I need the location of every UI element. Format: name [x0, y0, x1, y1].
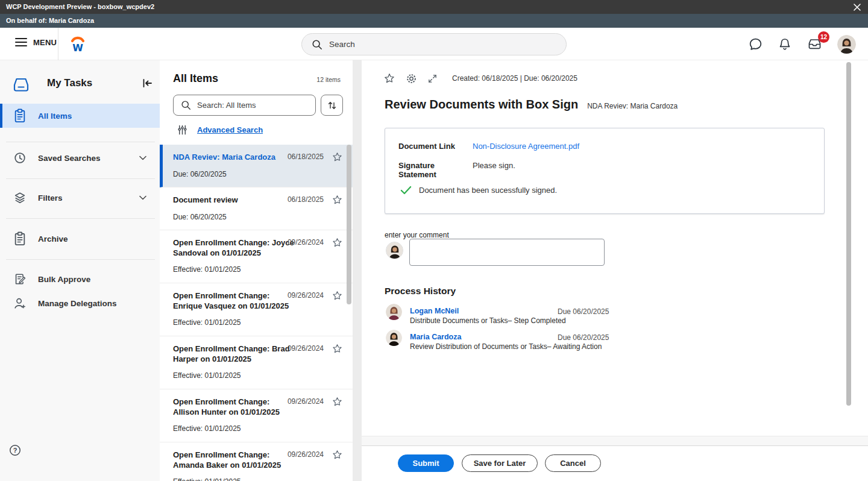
menu-button[interactable]: MENU: [15, 37, 57, 47]
star-icon[interactable]: [332, 449, 343, 461]
sidebar-item-all-items[interactable]: All Items: [0, 104, 160, 128]
gear-icon[interactable]: [406, 73, 417, 84]
expand-icon[interactable]: [427, 74, 438, 84]
list-search-input[interactable]: [197, 101, 315, 110]
star-icon[interactable]: [332, 290, 343, 301]
task-title: Open Enrollment Change: Amanda Baker on …: [173, 450, 295, 470]
detail-title-row: Review Documents with Box Sign NDA Revie…: [385, 98, 678, 112]
chevron-down-icon: [139, 195, 146, 200]
comment-input[interactable]: [409, 239, 605, 266]
task-list-item[interactable]: Open Enrollment Change: Joyce Sandoval o…: [160, 230, 353, 283]
item-count: 12 items: [316, 76, 341, 83]
sidebar-divider: [6, 218, 155, 219]
document-link[interactable]: Non-Disclosure Agreement.pdf: [473, 142, 579, 151]
search-input[interactable]: [329, 40, 566, 49]
history-avatar: [386, 304, 402, 320]
document-card: Document Link Non-Disclosure Agreement.p…: [385, 128, 825, 214]
task-list-item[interactable]: Open Enrollment Change: Brad Harper on 0…: [160, 336, 353, 389]
sidebar-item-filters[interactable]: Filters: [0, 186, 160, 210]
task-date: 09/26/2024: [288, 450, 324, 459]
history-person-link[interactable]: Logan McNeil: [410, 307, 459, 315]
list-scrollbar[interactable]: [347, 145, 351, 304]
chevron-down-icon: [139, 156, 146, 160]
detail-scrollbar[interactable]: [846, 62, 851, 406]
favorite-star-icon[interactable]: [383, 72, 395, 84]
task-subtext: Effective: 01/01/2025: [173, 477, 344, 481]
notifications-bell-icon[interactable]: [778, 37, 792, 52]
history-due: Due 06/20/2025: [558, 307, 609, 316]
task-title: Open Enrollment Change: Allison Hunter o…: [173, 397, 295, 417]
advanced-search-label: Advanced Search: [197, 125, 263, 134]
detail-subtitle: NDA Reviev: Maria Cardoza: [587, 102, 678, 110]
sidebar-item-bulk-approve[interactable]: Bulk Approve: [0, 268, 160, 291]
sidebar-item-label: Filters: [38, 193, 63, 203]
profile-avatar[interactable]: [837, 35, 856, 54]
star-icon[interactable]: [332, 151, 343, 163]
sort-button[interactable]: [321, 95, 343, 116]
help-icon[interactable]: ?: [8, 444, 22, 457]
task-detail-content: Created: 06/18/2025 | Due: 06/20/2025 Re…: [362, 60, 868, 436]
layers-icon: [13, 191, 27, 204]
submit-button[interactable]: Submit: [398, 454, 454, 472]
process-history-title: Process History: [385, 286, 456, 297]
advanced-search-link[interactable]: Advanced Search: [177, 124, 263, 136]
workday-logo[interactable]: W: [69, 35, 86, 53]
global-search[interactable]: [301, 33, 567, 55]
star-icon[interactable]: [332, 343, 343, 354]
save-for-later-button[interactable]: Save for Later: [462, 454, 538, 472]
history-step: Review Distribution of Documents or Task…: [410, 342, 602, 351]
signed-status-text: Document has been sucessfully signed.: [419, 186, 557, 195]
task-list-item[interactable]: Open Enrollment Change: Amanda Baker on …: [160, 442, 353, 481]
task-list-item[interactable]: NDA Reviev: Maria Cardoza 06/18/2025 Due…: [160, 145, 353, 187]
sidebar-item-label: Archive: [38, 234, 68, 244]
field-label: Signature Statement: [398, 161, 473, 179]
sidebar-divider: [6, 259, 155, 260]
task-list-item[interactable]: Open Enrollment Change: Enrique Vasquez …: [160, 283, 353, 336]
task-date: 09/26/2024: [288, 397, 324, 406]
detail-title: Review Documents with Box Sign: [385, 98, 578, 112]
field-label: Document Link: [398, 142, 473, 151]
hamburger-icon: [15, 37, 27, 47]
task-list: NDA Reviev: Maria Cardoza 06/18/2025 Due…: [160, 145, 353, 481]
comment-label: enter your comment: [385, 231, 449, 239]
list-title: All Items: [173, 72, 218, 85]
task-date: 09/26/2024: [288, 344, 324, 353]
task-title: Document review: [173, 195, 295, 206]
menu-label: MENU: [33, 38, 57, 47]
star-icon[interactable]: [332, 396, 343, 407]
chat-icon[interactable]: [748, 37, 763, 52]
task-list-item[interactable]: Document review 06/18/2025 Due: 06/20/20…: [160, 187, 353, 230]
close-icon[interactable]: [852, 2, 862, 12]
action-footer: Submit Save for Later Cancel: [362, 445, 868, 481]
app-body: My Tasks All Items Saved Searches: [0, 60, 868, 481]
task-title: Open Enrollment Change: Brad Harper on 0…: [173, 344, 295, 364]
task-list-item[interactable]: Open Enrollment Change: Allison Hunter o…: [160, 389, 353, 442]
history-due: Due 06/20/2025: [558, 333, 609, 342]
task-list-panel: All Items 12 items Advanced Search NDA R…: [160, 60, 353, 481]
sidebar-item-saved-searches[interactable]: Saved Searches: [0, 146, 160, 170]
sidebar-divider: [6, 178, 155, 179]
clipboard-icon: [13, 231, 27, 246]
panel-gutter: [353, 60, 362, 481]
my-tasks-sidebar: My Tasks All Items Saved Searches: [0, 60, 160, 481]
signed-status-row: Document has been sucessfully signed.: [400, 185, 557, 195]
star-icon[interactable]: [332, 194, 343, 206]
created-due-meta: Created: 06/18/2025 | Due: 06/20/2025: [452, 74, 577, 83]
detail-toolbar: Created: 06/18/2025 | Due: 06/20/2025: [383, 72, 577, 84]
my-tasks-tray-icon[interactable]: 12: [807, 36, 823, 52]
environment-banner: WCP Development Preview - boxbow_wcpdev2: [0, 0, 868, 14]
history-person-link[interactable]: Maria Cardoza: [410, 333, 461, 341]
task-subtext: Effective: 01/01/2025: [173, 318, 344, 335]
list-search-box[interactable]: [173, 95, 316, 116]
sidebar-item-label: Saved Searches: [38, 154, 101, 163]
task-date: 09/26/2024: [288, 238, 324, 247]
star-icon[interactable]: [332, 237, 343, 248]
collapse-panel-icon[interactable]: [142, 78, 153, 88]
sidebar-item-manage-delegations[interactable]: Manage Delegations: [0, 292, 160, 315]
svg-text:W: W: [72, 42, 83, 53]
task-subtext: Due: 06/20/2025: [173, 213, 344, 229]
sidebar-item-archive[interactable]: Archive: [0, 227, 160, 251]
task-subtext: Effective: 01/01/2025: [173, 371, 344, 388]
task-title: NDA Reviev: Maria Cardoza: [173, 152, 295, 163]
cancel-button[interactable]: Cancel: [545, 454, 601, 472]
